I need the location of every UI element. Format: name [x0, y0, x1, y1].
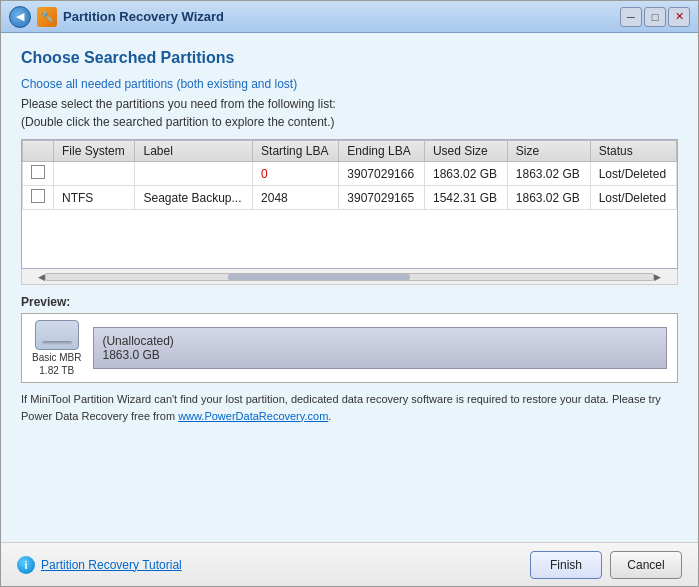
- instruction-black: Please select the partitions you need fr…: [21, 95, 678, 131]
- scrollbar-track[interactable]: [45, 273, 654, 281]
- instruction-line1: Please select the partitions you need fr…: [21, 97, 336, 111]
- back-arrow-icon: ◀: [16, 10, 24, 23]
- close-button[interactable]: ✕: [668, 7, 690, 27]
- col-status: Status: [590, 141, 676, 162]
- footer-note-text: If MiniTool Partition Wizard can't find …: [21, 393, 661, 405]
- bottom-bar: i Partition Recovery Tutorial Finish Can…: [1, 542, 698, 586]
- row-checkbox-cell: [23, 162, 54, 186]
- footer-note: If MiniTool Partition Wizard can't find …: [21, 391, 678, 424]
- row-label: Seagate Backup...: [135, 186, 253, 210]
- preview-section: Preview: Basic MBR 1.82 TB (Unallocated)…: [21, 295, 678, 383]
- row-starting-lba: 2048: [253, 186, 339, 210]
- row-checkbox[interactable]: [31, 165, 45, 179]
- row-size: 1863.02 GB: [507, 186, 590, 210]
- unallocated-bar: (Unallocated) 1863.0 GB: [93, 327, 667, 369]
- preview-box: Basic MBR 1.82 TB (Unallocated) 1863.0 G…: [21, 313, 678, 383]
- row-ending-lba: 3907029166: [339, 162, 425, 186]
- col-size: Size: [507, 141, 590, 162]
- scrollbar-thumb[interactable]: [228, 274, 410, 280]
- info-icon: i: [17, 556, 35, 574]
- horizontal-scrollbar[interactable]: ◀ ▶: [21, 269, 678, 285]
- disk-shape: [35, 320, 79, 350]
- row-used-size: 1542.31 GB: [424, 186, 507, 210]
- content-area: Choose Searched Partitions Choose all ne…: [1, 33, 698, 542]
- instruction-blue: Choose all needed partitions (both exist…: [21, 77, 678, 91]
- main-window: ◀ 🔧 Partition Recovery Wizard ─ □ ✕ Choo…: [0, 0, 699, 587]
- partition-table: File System Label Starting LBA Ending LB…: [22, 140, 677, 210]
- disk-label: Basic MBR: [32, 352, 81, 363]
- col-filesystem: File System: [54, 141, 135, 162]
- col-label: Label: [135, 141, 253, 162]
- row-starting-lba: 0: [253, 162, 339, 186]
- footer-period: .: [328, 410, 331, 422]
- maximize-button[interactable]: □: [644, 7, 666, 27]
- footer-note-text2: Power Data Recovery free from: [21, 410, 175, 422]
- finish-button[interactable]: Finish: [530, 551, 602, 579]
- close-icon: ✕: [675, 10, 684, 23]
- bottom-buttons: Finish Cancel: [530, 551, 682, 579]
- app-icon-symbol: 🔧: [41, 11, 53, 22]
- bottom-left: i Partition Recovery Tutorial: [17, 556, 182, 574]
- row-status: Lost/Deleted: [590, 186, 676, 210]
- scroll-left-arrow[interactable]: ◀: [38, 272, 45, 282]
- table-row[interactable]: NTFSSeagate Backup...204839070291651542.…: [23, 186, 677, 210]
- page-title: Choose Searched Partitions: [21, 49, 678, 67]
- footer-link[interactable]: www.PowerDataRecovery.com: [178, 410, 328, 422]
- window-controls: ─ □ ✕: [620, 7, 690, 27]
- tutorial-link[interactable]: Partition Recovery Tutorial: [41, 558, 182, 572]
- disk-size-label: 1.82 TB: [39, 365, 74, 376]
- minimize-icon: ─: [627, 11, 635, 23]
- cancel-button[interactable]: Cancel: [610, 551, 682, 579]
- col-used-size: Used Size: [424, 141, 507, 162]
- col-ending-lba: Ending LBA: [339, 141, 425, 162]
- titlebar-left: ◀ 🔧 Partition Recovery Wizard: [9, 6, 620, 28]
- back-button[interactable]: ◀: [9, 6, 31, 28]
- unallocated-title: (Unallocated): [102, 334, 658, 348]
- row-filesystem: [54, 162, 135, 186]
- row-used-size: 1863.02 GB: [424, 162, 507, 186]
- minimize-button[interactable]: ─: [620, 7, 642, 27]
- app-icon: 🔧: [37, 7, 57, 27]
- partition-table-container[interactable]: File System Label Starting LBA Ending LB…: [21, 139, 678, 269]
- row-ending-lba: 3907029165: [339, 186, 425, 210]
- col-starting-lba: Starting LBA: [253, 141, 339, 162]
- maximize-icon: □: [652, 11, 659, 23]
- disk-icon: Basic MBR 1.82 TB: [32, 320, 81, 376]
- window-title: Partition Recovery Wizard: [63, 9, 224, 24]
- row-filesystem: NTFS: [54, 186, 135, 210]
- col-checkbox: [23, 141, 54, 162]
- instruction-line2: (Double click the searched partition to …: [21, 115, 335, 129]
- table-header-row: File System Label Starting LBA Ending LB…: [23, 141, 677, 162]
- table-row[interactable]: 039070291661863.02 GB1863.02 GBLost/Dele…: [23, 162, 677, 186]
- unallocated-size: 1863.0 GB: [102, 348, 658, 362]
- row-checkbox-cell: [23, 186, 54, 210]
- row-label: [135, 162, 253, 186]
- titlebar: ◀ 🔧 Partition Recovery Wizard ─ □ ✕: [1, 1, 698, 33]
- preview-label: Preview:: [21, 295, 678, 309]
- row-checkbox[interactable]: [31, 189, 45, 203]
- row-status: Lost/Deleted: [590, 162, 676, 186]
- scroll-right-arrow[interactable]: ▶: [654, 272, 661, 282]
- row-size: 1863.02 GB: [507, 162, 590, 186]
